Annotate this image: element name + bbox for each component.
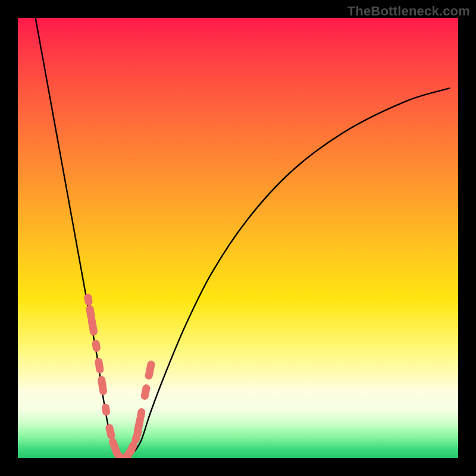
marker-pill bbox=[97, 375, 108, 396]
marker-pill bbox=[105, 423, 116, 440]
marker-pill bbox=[144, 360, 155, 380]
marker-pill bbox=[92, 339, 101, 352]
chart-svg bbox=[18, 18, 458, 458]
plot-area bbox=[18, 18, 458, 458]
watermark-label: TheBottleneck.com bbox=[347, 4, 470, 19]
bottleneck-curve bbox=[36, 18, 450, 458]
chart-frame: TheBottleneck.com bbox=[0, 0, 476, 476]
marker-cluster bbox=[83, 293, 155, 458]
marker-pill bbox=[140, 384, 151, 400]
marker-pill bbox=[94, 358, 104, 374]
marker-pill bbox=[87, 316, 98, 336]
marker-pill bbox=[83, 293, 93, 306]
marker-pill bbox=[101, 403, 111, 416]
